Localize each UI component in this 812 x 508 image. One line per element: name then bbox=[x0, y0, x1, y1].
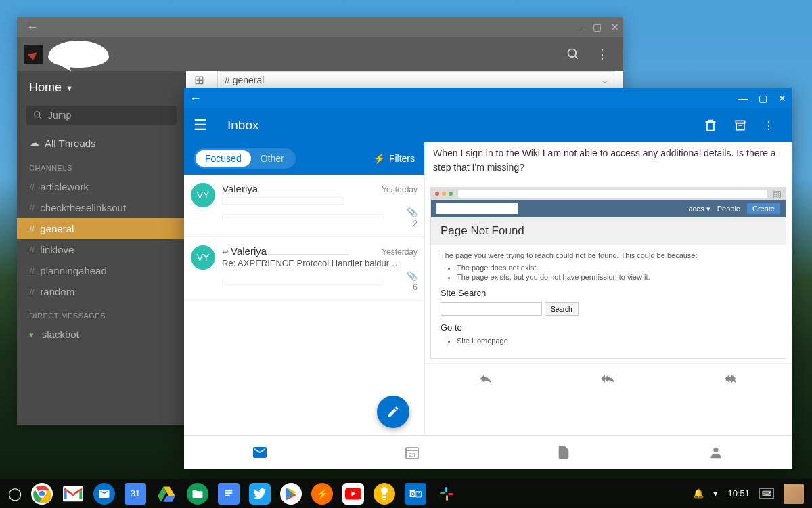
sender-name: Valeriya bbox=[231, 245, 267, 257]
home-label: Home bbox=[29, 81, 62, 95]
message-item[interactable]: VY ↩ Valeriya Yesterday Re: AXPERIENCE P… bbox=[184, 237, 424, 301]
app-icon[interactable]: ⚡ bbox=[311, 483, 333, 505]
embedded-screenshot: ▧ aces ▾ People Create Page Not Found Th… bbox=[430, 187, 786, 359]
reply-button[interactable] bbox=[425, 364, 547, 393]
redacted-text bbox=[222, 214, 384, 221]
filters-button[interactable]: ⚡ Filters bbox=[374, 153, 415, 164]
jump-input[interactable]: Jump bbox=[26, 106, 177, 125]
tab-other[interactable]: Other bbox=[251, 150, 294, 167]
message-body: When I sign in to the Wiki I am not able… bbox=[425, 142, 792, 183]
sidebar-channel-checktheselinksout[interactable]: #checktheselinksout bbox=[17, 197, 186, 218]
google-calendar-icon[interactable]: 31 bbox=[125, 483, 146, 505]
search-icon[interactable] bbox=[558, 47, 588, 61]
message-item[interactable]: VY Valeriya Yesterday 📎 2 bbox=[184, 175, 424, 237]
notification-icon[interactable]: 🔔 bbox=[693, 488, 704, 499]
google-docs-icon[interactable] bbox=[218, 483, 240, 505]
workspace-switcher[interactable]: Home ▼ bbox=[17, 71, 186, 102]
message-list: Focused Other ⚡ Filters VY Valeriya Yest… bbox=[184, 142, 425, 435]
message-subject: Re: AXPERIENCE Protocol Handler baldur … bbox=[222, 258, 418, 268]
google-drive-icon[interactable] bbox=[156, 483, 177, 505]
sidebar-channel-random[interactable]: #random bbox=[17, 281, 186, 302]
more-icon[interactable]: ⋮ bbox=[588, 47, 616, 62]
grid-icon[interactable]: ⊞ bbox=[194, 72, 204, 87]
back-icon[interactable]: ← bbox=[189, 91, 202, 106]
user-avatar[interactable] bbox=[784, 484, 804, 504]
gmail-icon[interactable] bbox=[62, 483, 84, 505]
nav-mail[interactable] bbox=[184, 436, 336, 469]
channel-dropdown[interactable]: # general ⌄ bbox=[217, 71, 616, 89]
slack-taskbar-icon[interactable] bbox=[436, 483, 457, 505]
menu-aces: aces ▾ bbox=[688, 205, 710, 213]
outlook-titlebar[interactable]: ← — ▢ ✕ bbox=[184, 88, 792, 108]
redacted-text bbox=[436, 203, 518, 214]
tab-focused[interactable]: Focused bbox=[196, 150, 251, 167]
svg-rect-15 bbox=[225, 490, 233, 491]
files-app-icon[interactable] bbox=[187, 483, 208, 505]
message-count: 6 bbox=[413, 282, 418, 292]
youtube-icon[interactable] bbox=[342, 483, 364, 505]
calendar-icon: 25 bbox=[404, 444, 420, 461]
outlook-taskbar-icon[interactable]: O bbox=[405, 483, 426, 505]
svg-rect-5 bbox=[736, 123, 744, 130]
nav-people[interactable] bbox=[640, 436, 792, 469]
sidebar-channel-general[interactable]: #general bbox=[17, 218, 186, 239]
chrome-icon[interactable] bbox=[31, 483, 53, 505]
all-threads-link[interactable]: ☁ All Threads bbox=[17, 131, 186, 154]
reply-all-button[interactable] bbox=[547, 364, 670, 393]
reply-icon: ↩ bbox=[222, 247, 229, 257]
not-found-text: The page you were trying to reach could … bbox=[441, 251, 776, 259]
delete-icon[interactable] bbox=[696, 119, 725, 132]
traffic-light-red-icon bbox=[435, 192, 439, 196]
outlook-app-icon[interactable] bbox=[93, 483, 115, 505]
maximize-icon[interactable]: ▢ bbox=[759, 93, 767, 104]
play-store-icon[interactable] bbox=[280, 483, 302, 505]
slack-sidebar: Home ▼ Jump ☁ All Threads CHANNELS #arti… bbox=[17, 71, 186, 425]
outlook-header: ☰ Inbox ⋮ bbox=[184, 108, 792, 142]
create-button: Create bbox=[747, 203, 780, 214]
minimize-icon[interactable]: — bbox=[738, 93, 748, 104]
site-search-button: Search bbox=[545, 302, 579, 316]
maximize-icon[interactable]: ▢ bbox=[593, 22, 602, 33]
slack-titlebar[interactable]: ← — ▢ ✕ bbox=[17, 17, 623, 37]
wifi-icon[interactable]: ▾ bbox=[713, 488, 718, 499]
sender-name: Valeriya bbox=[222, 183, 258, 194]
svg-text:O: O bbox=[411, 490, 415, 496]
message-date: Yesterday bbox=[382, 247, 418, 257]
twitter-icon[interactable] bbox=[249, 483, 271, 505]
sidebar-channel-articlework[interactable]: #articlework bbox=[17, 176, 186, 197]
redacted-text bbox=[222, 278, 384, 285]
launcher-icon[interactable]: ◯ bbox=[8, 486, 22, 501]
svg-rect-16 bbox=[225, 492, 233, 494]
message-date: Yesterday bbox=[382, 185, 418, 194]
compose-button[interactable] bbox=[377, 396, 409, 428]
archive-icon[interactable] bbox=[725, 119, 755, 132]
lightning-icon: ⚡ bbox=[374, 153, 385, 164]
more-icon[interactable]: ⋮ bbox=[755, 119, 782, 132]
clock[interactable]: 10:51 bbox=[727, 488, 750, 499]
inbox-title: Inbox bbox=[227, 118, 258, 133]
nav-files[interactable] bbox=[488, 436, 640, 469]
traffic-light-yellow-icon bbox=[442, 192, 446, 196]
slack-workspace-icon[interactable] bbox=[24, 45, 43, 64]
svg-point-13 bbox=[39, 490, 45, 497]
svg-rect-24 bbox=[448, 493, 453, 495]
site-search-label: Site Search bbox=[441, 288, 776, 298]
sidebar-channel-linklove[interactable]: #linklove bbox=[17, 239, 186, 260]
nav-calendar[interactable]: 25 bbox=[336, 436, 489, 469]
sidebar-dm-slackbot[interactable]: ♥ slackbot bbox=[17, 324, 186, 345]
site-search-input bbox=[441, 302, 542, 316]
chevron-down-icon: ▼ bbox=[66, 84, 73, 92]
menu-people: People bbox=[717, 205, 740, 213]
reason-item: The page exists, but you do not have per… bbox=[457, 273, 776, 281]
sidebar-channel-planningahead[interactable]: #planningahead bbox=[17, 260, 186, 281]
forward-button[interactable] bbox=[669, 364, 792, 393]
keep-icon[interactable] bbox=[374, 483, 395, 505]
hamburger-icon[interactable]: ☰ bbox=[194, 117, 207, 134]
svg-point-10 bbox=[713, 447, 718, 452]
close-icon[interactable]: ✕ bbox=[611, 22, 619, 33]
reason-item: The page does not exist. bbox=[457, 263, 776, 272]
back-icon[interactable]: ← bbox=[21, 20, 44, 35]
close-icon[interactable]: ✕ bbox=[778, 93, 786, 104]
input-icon[interactable]: ⌨ bbox=[759, 488, 774, 499]
minimize-icon[interactable]: — bbox=[574, 22, 583, 33]
